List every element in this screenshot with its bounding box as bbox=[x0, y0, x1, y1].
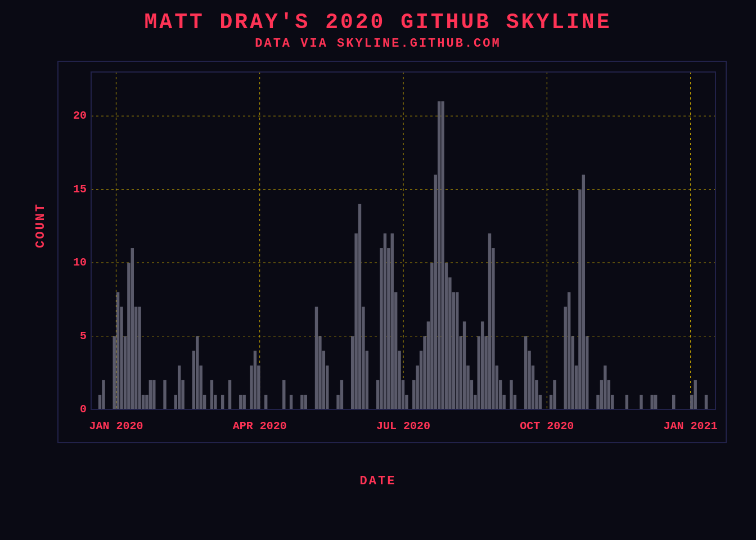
svg-rect-23 bbox=[116, 292, 119, 410]
svg-rect-58 bbox=[322, 351, 325, 410]
svg-rect-108 bbox=[539, 395, 542, 410]
svg-rect-62 bbox=[351, 336, 354, 410]
svg-rect-34 bbox=[163, 380, 166, 410]
svg-rect-46 bbox=[239, 395, 242, 410]
svg-rect-63 bbox=[354, 233, 357, 410]
svg-rect-70 bbox=[387, 248, 390, 410]
svg-rect-40 bbox=[199, 366, 202, 410]
svg-rect-92 bbox=[470, 380, 473, 410]
svg-rect-88 bbox=[456, 292, 458, 410]
svg-rect-105 bbox=[528, 351, 530, 410]
svg-rect-114 bbox=[575, 366, 578, 410]
svg-rect-71 bbox=[391, 233, 394, 410]
svg-rect-27 bbox=[131, 248, 134, 410]
svg-rect-33 bbox=[152, 380, 155, 410]
svg-rect-32 bbox=[149, 380, 152, 410]
svg-rect-87 bbox=[452, 292, 455, 410]
svg-rect-37 bbox=[181, 380, 184, 410]
svg-rect-67 bbox=[376, 380, 379, 410]
svg-rect-93 bbox=[474, 395, 476, 410]
svg-text:10: 10 bbox=[73, 256, 87, 269]
svg-rect-95 bbox=[481, 321, 484, 410]
chart-area: COUNT 05101520JAN 2020APR 2020JUL 2020OC… bbox=[24, 61, 732, 488]
page: MATT DRAY'S 2020 GITHUB SKYLINE DATA VIA… bbox=[0, 0, 756, 540]
svg-rect-48 bbox=[250, 366, 253, 410]
svg-rect-31 bbox=[145, 395, 148, 410]
svg-rect-28 bbox=[134, 307, 137, 410]
svg-rect-53 bbox=[290, 395, 292, 410]
svg-rect-38 bbox=[192, 351, 195, 410]
svg-rect-117 bbox=[586, 336, 588, 410]
svg-text:20: 20 bbox=[73, 109, 87, 122]
svg-rect-112 bbox=[568, 292, 570, 410]
svg-rect-52 bbox=[282, 380, 285, 410]
svg-rect-129 bbox=[694, 380, 697, 410]
svg-rect-102 bbox=[510, 380, 512, 410]
svg-rect-76 bbox=[412, 380, 415, 410]
svg-rect-86 bbox=[448, 277, 451, 410]
svg-rect-118 bbox=[596, 395, 599, 410]
y-axis-label: COUNT bbox=[34, 202, 48, 248]
svg-rect-119 bbox=[600, 380, 603, 410]
svg-rect-101 bbox=[502, 395, 505, 410]
svg-rect-57 bbox=[318, 336, 321, 410]
svg-rect-90 bbox=[463, 321, 466, 410]
svg-rect-111 bbox=[564, 307, 567, 410]
main-title: MATT DRAY'S 2020 GITHUB SKYLINE bbox=[145, 10, 612, 34]
svg-rect-30 bbox=[142, 395, 145, 410]
svg-rect-116 bbox=[582, 175, 585, 410]
svg-rect-79 bbox=[423, 336, 426, 410]
svg-rect-84 bbox=[441, 101, 444, 410]
svg-rect-51 bbox=[264, 395, 267, 410]
svg-rect-35 bbox=[174, 395, 177, 410]
svg-rect-78 bbox=[420, 351, 422, 410]
svg-text:5: 5 bbox=[80, 330, 87, 343]
svg-rect-44 bbox=[221, 395, 224, 410]
svg-rect-55 bbox=[304, 395, 307, 410]
svg-rect-98 bbox=[492, 248, 494, 410]
subtitle: DATA VIA SKYLINE.GITHUB.COM bbox=[255, 37, 501, 51]
svg-rect-66 bbox=[366, 351, 368, 410]
svg-rect-91 bbox=[466, 366, 469, 410]
svg-rect-103 bbox=[514, 395, 516, 410]
svg-rect-97 bbox=[488, 233, 491, 410]
svg-rect-109 bbox=[550, 395, 552, 410]
svg-text:JUL 2020: JUL 2020 bbox=[376, 420, 430, 433]
svg-rect-80 bbox=[427, 321, 430, 410]
svg-rect-113 bbox=[571, 336, 574, 410]
svg-rect-39 bbox=[196, 336, 199, 410]
svg-rect-45 bbox=[228, 380, 231, 410]
svg-rect-36 bbox=[178, 366, 181, 410]
svg-rect-59 bbox=[326, 366, 328, 410]
svg-rect-43 bbox=[214, 395, 217, 410]
svg-rect-127 bbox=[672, 395, 675, 410]
svg-rect-106 bbox=[532, 366, 534, 410]
svg-rect-120 bbox=[604, 366, 606, 410]
svg-rect-74 bbox=[402, 380, 404, 410]
svg-text:15: 15 bbox=[73, 183, 87, 196]
svg-rect-69 bbox=[384, 233, 386, 410]
svg-rect-73 bbox=[398, 351, 400, 410]
svg-rect-25 bbox=[124, 336, 127, 410]
svg-text:0: 0 bbox=[80, 403, 87, 416]
svg-rect-29 bbox=[138, 307, 141, 410]
x-axis-label: DATE bbox=[360, 474, 397, 488]
svg-rect-68 bbox=[380, 248, 382, 410]
svg-text:APR 2020: APR 2020 bbox=[233, 420, 287, 433]
svg-rect-50 bbox=[257, 366, 260, 410]
svg-rect-123 bbox=[626, 395, 628, 410]
svg-rect-124 bbox=[640, 395, 642, 410]
svg-rect-107 bbox=[535, 380, 538, 410]
svg-rect-75 bbox=[405, 395, 408, 410]
svg-rect-47 bbox=[242, 395, 245, 410]
svg-rect-115 bbox=[578, 190, 581, 410]
svg-rect-89 bbox=[459, 336, 462, 410]
svg-rect-85 bbox=[445, 263, 448, 410]
svg-rect-125 bbox=[651, 395, 654, 410]
svg-rect-54 bbox=[300, 395, 303, 410]
svg-rect-42 bbox=[210, 380, 213, 410]
svg-rect-60 bbox=[336, 395, 339, 410]
svg-text:JAN 2020: JAN 2020 bbox=[89, 420, 143, 433]
svg-rect-82 bbox=[434, 175, 437, 410]
svg-rect-130 bbox=[705, 395, 708, 410]
